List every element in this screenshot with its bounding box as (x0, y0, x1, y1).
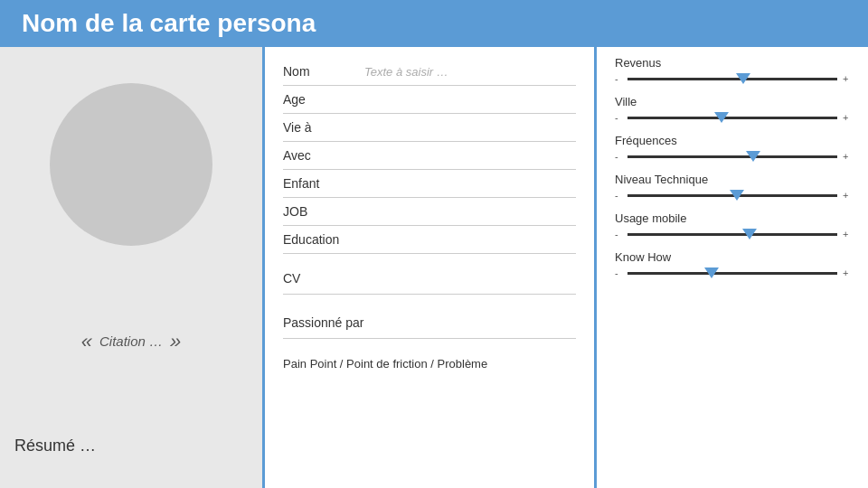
quote-open-icon: « (81, 330, 92, 353)
slider-min-ville: - (615, 112, 622, 123)
slider-label-know-how: Know How (615, 250, 850, 264)
slider-track-ville[interactable] (627, 117, 837, 119)
field-label-vie: Vie à (283, 120, 364, 135)
field-label-age: Age (283, 92, 364, 107)
slider-track-container-revenus: - + (615, 73, 850, 84)
field-nom: Nom Texte à saisir … (283, 60, 576, 83)
avatar (50, 83, 212, 246)
divider (283, 338, 576, 339)
slider-track-revenus[interactable] (627, 78, 837, 80)
field-job: JOB (283, 200, 576, 223)
slider-max-ville: + (843, 112, 850, 123)
cv-section: CV (283, 265, 576, 292)
page-header: Nom de la carte persona (0, 0, 868, 47)
slider-frequences: Fréquences - + (615, 134, 850, 162)
slider-track-niveau-technique[interactable] (627, 194, 837, 197)
slider-label-frequences: Fréquences (615, 134, 850, 147)
main-content: « Citation … » Résumé … Nom Texte à sais… (0, 47, 868, 488)
slider-max-know-how: + (843, 267, 850, 278)
slider-know-how: Know How - + (615, 250, 850, 278)
slider-max-niveau-technique: + (843, 190, 850, 201)
slider-min-frequences: - (615, 151, 622, 162)
field-label-enfant: Enfant (283, 176, 364, 191)
slider-thumb-ville[interactable] (714, 112, 729, 123)
divider (283, 294, 576, 295)
field-enfant: Enfant (283, 172, 576, 195)
quote-close-icon: » (170, 330, 181, 353)
field-label-education: Education (283, 232, 364, 247)
slider-min-know-how: - (615, 267, 622, 278)
left-panel: « Citation … » Résumé … (0, 47, 262, 488)
field-label-nom: Nom (283, 64, 364, 79)
slider-track-know-how[interactable] (627, 272, 837, 275)
field-label-avec: Avec (283, 148, 364, 163)
passione-section: Passionné par (283, 309, 576, 336)
field-vie: Vie à (283, 116, 576, 139)
citation-row: « Citation … » (14, 323, 248, 361)
resume-label[interactable]: Résumé … (14, 436, 96, 455)
slider-revenus: Revenus - + (615, 56, 850, 84)
slider-max-usage-mobile: + (843, 229, 850, 239)
divider (283, 197, 576, 198)
slider-label-niveau-technique: Niveau Technique (615, 173, 850, 186)
slider-track-container-ville: - + (615, 112, 850, 123)
slider-max-revenus: + (843, 73, 850, 84)
slider-min-niveau-technique: - (615, 190, 622, 201)
slider-label-usage-mobile: Usage mobile (615, 211, 850, 225)
slider-track-frequences[interactable] (627, 155, 837, 158)
middle-panel: Nom Texte à saisir … Age Vie à Avec Enfa… (262, 47, 597, 488)
slider-track-container-niveau-technique: - + (615, 190, 850, 201)
slider-label-revenus: Revenus (615, 56, 850, 70)
slider-track-usage-mobile[interactable] (627, 233, 837, 236)
divider (283, 169, 576, 170)
page-title: Nom de la carte persona (22, 9, 316, 38)
divider (283, 253, 576, 254)
field-label-job: JOB (283, 204, 364, 219)
slider-max-frequences: + (843, 151, 850, 162)
divider (283, 225, 576, 226)
slider-min-usage-mobile: - (615, 229, 622, 239)
slider-track-container-frequences: - + (615, 151, 850, 162)
field-age: Age (283, 88, 576, 111)
slider-ville: Ville - + (615, 95, 850, 123)
divider (283, 85, 576, 86)
slider-track-container-know-how: - + (615, 267, 850, 278)
slider-label-ville: Ville (615, 95, 850, 108)
slider-thumb-revenus[interactable] (736, 73, 750, 84)
field-input-nom[interactable]: Texte à saisir … (364, 65, 448, 79)
pain-point-section: Pain Point / Point de friction / Problèm… (283, 350, 576, 377)
cv-label[interactable]: CV (283, 271, 300, 286)
slider-thumb-frequences[interactable] (746, 151, 760, 162)
right-panel: Revenus - + Ville - + Fréquences (597, 47, 868, 488)
slider-min-revenus: - (615, 73, 622, 84)
divider (283, 141, 576, 142)
citation-text[interactable]: Citation … (99, 333, 163, 349)
field-avec: Avec (283, 144, 576, 167)
pain-point-label[interactable]: Pain Point / Point de friction / Problèm… (283, 357, 487, 371)
slider-track-container-usage-mobile: - + (615, 229, 850, 239)
divider (283, 113, 576, 114)
slider-thumb-usage-mobile[interactable] (742, 229, 757, 239)
slider-usage-mobile: Usage mobile - + (615, 211, 850, 239)
passione-label[interactable]: Passionné par (283, 315, 364, 330)
slider-niveau-technique: Niveau Technique - + (615, 173, 850, 201)
field-education: Education (283, 228, 576, 251)
slider-thumb-know-how[interactable] (704, 267, 719, 278)
resume-section: Résumé … (14, 436, 248, 470)
slider-thumb-niveau-technique[interactable] (730, 190, 744, 201)
